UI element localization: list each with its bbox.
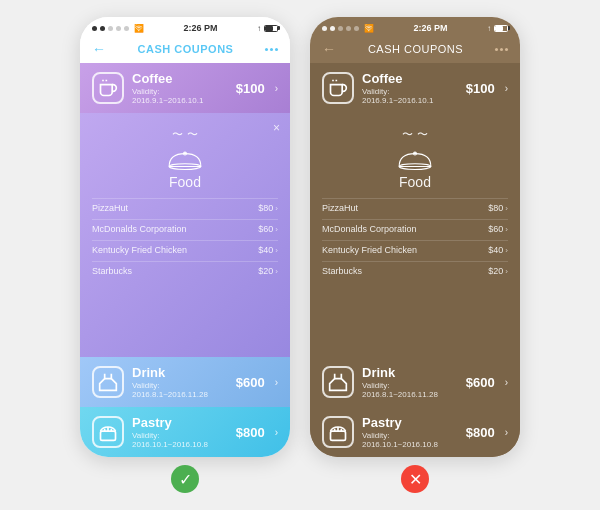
kfc-chevron-right: › xyxy=(505,246,508,255)
coffee-title-left: Coffee xyxy=(132,71,228,86)
wifi-icon: 🛜 xyxy=(134,24,144,33)
signal-dot-4 xyxy=(116,26,121,31)
mcdonalds-right-right: $60 › xyxy=(488,224,508,234)
battery-icon-right xyxy=(494,25,508,32)
result-check-icon: ✓ xyxy=(171,465,199,493)
signal-dot-5 xyxy=(124,26,129,31)
pastry-icon-left xyxy=(92,416,124,448)
food-card-left: × 〜 〜 Food PizzaHut xyxy=(80,113,290,357)
coffee-icon-left xyxy=(92,72,124,104)
food-item-kfc-right[interactable]: Kentucky Fried Chicken $40 › xyxy=(322,240,508,259)
food-label-left: Food xyxy=(169,174,201,190)
food-item-starbucks-right[interactable]: Starbucks $20 › xyxy=(322,261,508,280)
food-item-pizzahut-right[interactable]: PizzaHut $80 › xyxy=(322,198,508,217)
pizzahut-name-right: PizzaHut xyxy=(322,203,358,213)
mcdonalds-name-left: McDonalds Corporation xyxy=(92,224,187,234)
drink-title-left: Drink xyxy=(132,365,228,380)
coffee-validity-left: Validity: 2016.9.1~2016.10.1 xyxy=(132,87,228,105)
coffee-chevron-left: › xyxy=(275,83,278,94)
food-item-pizzahut-left[interactable]: PizzaHut $80 › xyxy=(92,198,278,217)
kfc-right-left: $40 › xyxy=(258,245,278,255)
kfc-name-left: Kentucky Fried Chicken xyxy=(92,245,187,255)
svg-rect-16 xyxy=(331,431,346,440)
kfc-price-right: $40 xyxy=(488,245,503,255)
battery-icon xyxy=(264,25,278,32)
drink-title-right: Drink xyxy=(362,365,458,380)
drink-card-left[interactable]: Drink Validity: 2016.8.1~2016.11.28 $600… xyxy=(80,357,290,407)
left-phone: 🛜 2:26 PM ↑ ← CASH COUPONS xyxy=(80,17,290,457)
time-display-left: 2:26 PM xyxy=(183,23,217,33)
drink-card-right[interactable]: Drink Validity: 2016.8.1~2016.11.28 $600… xyxy=(310,357,520,407)
food-items-right: PizzaHut $80 › McDonalds Corporation $60… xyxy=(322,198,508,280)
cloche-svg-right xyxy=(397,146,433,172)
drink-amount-right: $600 xyxy=(466,375,495,390)
menu-dots-right[interactable] xyxy=(495,48,508,51)
app-header-right: ← CASH COUPONS xyxy=(310,37,520,63)
pastry-card-right[interactable]: Pastry Validity: 2016.10.1~2016.10.8 $80… xyxy=(310,407,520,457)
starbucks-name-right: Starbucks xyxy=(322,266,362,276)
signal-dot-r3 xyxy=(338,26,343,31)
cloche-svg-left xyxy=(167,146,203,172)
kfc-chevron-left: › xyxy=(275,246,278,255)
dot-r2 xyxy=(500,48,503,51)
starbucks-chevron-left: › xyxy=(275,267,278,276)
status-left: 🛜 xyxy=(92,24,144,33)
signal-dot-1 xyxy=(92,26,97,31)
drink-icon-right xyxy=(322,366,354,398)
mcdonalds-price-left: $60 xyxy=(258,224,273,234)
pastry-title-right: Pastry xyxy=(362,415,458,430)
signal-dot-r5 xyxy=(354,26,359,31)
dot-2 xyxy=(270,48,273,51)
dot-1 xyxy=(265,48,268,51)
pizzahut-right-left: $80 › xyxy=(258,203,278,213)
battery-fill xyxy=(265,26,273,31)
coffee-amount-left: $100 xyxy=(236,81,265,96)
steam-1: 〜 xyxy=(172,127,183,142)
steam-2: 〜 xyxy=(187,127,198,142)
back-button-right[interactable]: ← xyxy=(322,41,336,57)
mcdonalds-name-right: McDonalds Corporation xyxy=(322,224,417,234)
mcdonalds-chevron-left: › xyxy=(275,225,278,234)
drink-chevron-right: › xyxy=(505,377,508,388)
pastry-card-left[interactable]: Pastry Validity: 2016.10.1~2016.10.8 $80… xyxy=(80,407,290,457)
pizzahut-price-left: $80 xyxy=(258,203,273,213)
coffee-title-right: Coffee xyxy=(362,71,458,86)
signal-dot-2 xyxy=(100,26,105,31)
menu-dots-left[interactable] xyxy=(265,48,278,51)
pastry-chevron-left: › xyxy=(275,427,278,438)
back-button-left[interactable]: ← xyxy=(92,41,106,57)
food-item-mcdonalds-right[interactable]: McDonalds Corporation $60 › xyxy=(322,219,508,238)
arrow-icon: ↑ xyxy=(257,24,261,33)
signal-dot-r2 xyxy=(330,26,335,31)
drink-validity-left: Validity: 2016.8.1~2016.11.28 xyxy=(132,381,228,399)
steam-lines-left: 〜 〜 xyxy=(172,127,198,142)
status-right-right: ↑ xyxy=(487,24,508,33)
content-left: Coffee Validity: 2016.9.1~2016.10.1 $100… xyxy=(80,63,290,457)
food-illustration-left: 〜 〜 Food xyxy=(92,121,278,198)
pastry-amount-left: $800 xyxy=(236,425,265,440)
coffee-icon-right xyxy=(322,72,354,104)
pizzahut-chevron-right: › xyxy=(505,204,508,213)
food-item-mcdonalds-left[interactable]: McDonalds Corporation $60 › xyxy=(92,219,278,238)
header-title-left: CASH COUPONS xyxy=(138,43,234,55)
kfc-right-right: $40 › xyxy=(488,245,508,255)
food-item-kfc-left[interactable]: Kentucky Fried Chicken $40 › xyxy=(92,240,278,259)
result-cross-icon: ✕ xyxy=(401,465,429,493)
starbucks-price-left: $20 xyxy=(258,266,273,276)
signal-dot-r1 xyxy=(322,26,327,31)
food-illustration-right: 〜 〜 Food xyxy=(322,121,508,198)
mcdonalds-chevron-right: › xyxy=(505,225,508,234)
food-close-left[interactable]: × xyxy=(273,121,280,135)
food-item-starbucks-left[interactable]: Starbucks $20 › xyxy=(92,261,278,280)
signal-dot-r4 xyxy=(346,26,351,31)
coffee-card-right[interactable]: Coffee Validity: 2016.9.1~2016.10.1 $100… xyxy=(310,63,520,113)
app-header-left: ← CASH COUPONS xyxy=(80,37,290,63)
pizzahut-right-right: $80 › xyxy=(488,203,508,213)
status-bar-right: 🛜 2:26 PM ↑ xyxy=(310,17,520,37)
drink-info-right: Drink Validity: 2016.8.1~2016.11.28 xyxy=(362,365,458,399)
coffee-chevron-right: › xyxy=(505,83,508,94)
pastry-chevron-right: › xyxy=(505,427,508,438)
status-right-left: ↑ xyxy=(257,24,278,33)
coffee-card-left[interactable]: Coffee Validity: 2016.9.1~2016.10.1 $100… xyxy=(80,63,290,113)
content-right: Coffee Validity: 2016.9.1~2016.10.1 $100… xyxy=(310,63,520,457)
